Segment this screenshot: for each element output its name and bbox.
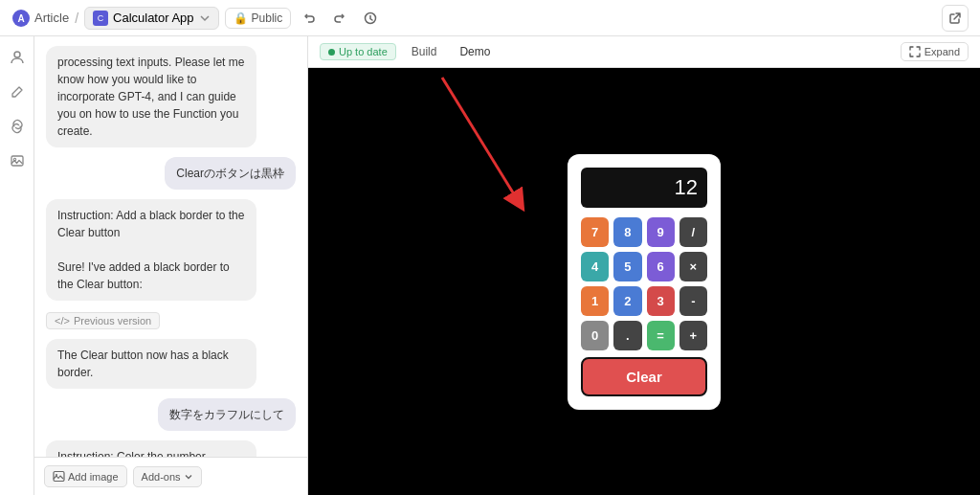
preview-canvas: 12 7 8 9 / 4 5 6 × 1 2 3 - bbox=[308, 68, 980, 495]
user-msg-wrapper-1: Clearのボタンは黒枠 bbox=[46, 157, 296, 190]
calc-btn-2[interactable]: 2 bbox=[613, 286, 641, 316]
prev-version-label-1: Previous version bbox=[74, 315, 151, 326]
image-icon bbox=[53, 470, 65, 483]
calc-btn-3[interactable]: 3 bbox=[647, 286, 675, 316]
undo-button[interactable] bbox=[297, 6, 322, 31]
calc-btn-div[interactable]: / bbox=[679, 217, 707, 247]
status-label: Up to date bbox=[339, 46, 388, 57]
redo-icon bbox=[333, 11, 346, 25]
public-button[interactable]: 🔒 Public bbox=[225, 8, 292, 29]
calc-btn-5[interactable]: 5 bbox=[613, 252, 641, 281]
status-badge: Up to date bbox=[320, 43, 396, 60]
share-icon bbox=[948, 11, 962, 25]
build-tab[interactable]: Build bbox=[404, 43, 445, 60]
calc-display: 12 bbox=[581, 168, 707, 208]
calculator: 12 7 8 9 / 4 5 6 × 1 2 3 - bbox=[568, 154, 721, 410]
calc-btn-eq[interactable]: = bbox=[647, 321, 675, 350]
addons-label: Add-ons bbox=[142, 471, 181, 483]
sidebar-icon-edit[interactable] bbox=[4, 79, 31, 105]
add-image-label: Add image bbox=[68, 471, 119, 483]
sidebar-icon-image[interactable] bbox=[4, 147, 31, 174]
add-image-button[interactable]: Add image bbox=[44, 465, 127, 487]
prev-version-icon-1: </> bbox=[55, 315, 70, 326]
undo-icon bbox=[302, 11, 316, 25]
calc-btn-1[interactable]: 1 bbox=[581, 286, 609, 316]
ai-message-3: The Clear button now has a black border. bbox=[46, 339, 256, 389]
chat-messages: processing text inputs. Please let me kn… bbox=[34, 36, 307, 457]
preview-area: Up to date Build Demo Expand bbox=[308, 36, 980, 495]
svg-rect-6 bbox=[54, 472, 64, 482]
demo-tab[interactable]: Demo bbox=[452, 43, 498, 60]
user-message-1: Clearのボタンは黒枠 bbox=[165, 157, 296, 190]
share-button[interactable] bbox=[942, 5, 969, 32]
history-icon bbox=[364, 11, 377, 25]
ai-message-3-text: The Clear button now has a black border. bbox=[57, 349, 229, 379]
chat-panel: processing text inputs. Please let me kn… bbox=[34, 36, 308, 495]
sidebar-icon-user[interactable] bbox=[4, 44, 31, 71]
logo-icon: A bbox=[11, 9, 31, 28]
calc-btn-8[interactable]: 8 bbox=[613, 217, 641, 247]
topbar-actions bbox=[297, 6, 383, 31]
ai-message-4-text: Instruction: Color the number buttonsSur… bbox=[57, 450, 239, 457]
calc-btn-sub[interactable]: - bbox=[679, 286, 707, 316]
app-name-label: Calculator App bbox=[113, 11, 194, 25]
lock-icon: 🔒 bbox=[234, 11, 248, 25]
addons-button[interactable]: Add-ons bbox=[133, 466, 202, 487]
redo-button[interactable] bbox=[327, 6, 352, 31]
logo-area[interactable]: A Article bbox=[11, 9, 69, 28]
clear-button[interactable]: Clear bbox=[581, 357, 707, 396]
prev-version-wrapper-1: </> Previous version bbox=[46, 310, 296, 329]
prev-version-button-1[interactable]: </> Previous version bbox=[46, 312, 160, 329]
user-message-1-text: Clearのボタンは黒枠 bbox=[176, 167, 284, 180]
user-message-2: 数字をカラフルにして bbox=[158, 398, 296, 431]
sidebar-icon-link[interactable] bbox=[4, 113, 31, 140]
sidebar bbox=[0, 36, 34, 495]
ai-message-2: Instruction: Add a black border to the C… bbox=[46, 199, 256, 301]
ai-message-2-text: Instruction: Add a black border to the C… bbox=[57, 209, 244, 291]
app-name-button[interactable]: C Calculator App bbox=[84, 7, 219, 30]
calc-btn-add[interactable]: + bbox=[679, 321, 707, 350]
ai-message-1-text: processing text inputs. Please let me kn… bbox=[57, 56, 244, 138]
breadcrumb-sep: / bbox=[75, 11, 78, 26]
svg-point-3 bbox=[14, 52, 20, 57]
chevron-down-icon bbox=[199, 12, 211, 24]
calc-btn-dot[interactable]: . bbox=[613, 321, 641, 350]
calc-btn-4[interactable]: 4 bbox=[581, 252, 609, 281]
history-button[interactable] bbox=[358, 6, 383, 31]
ai-message-1: processing text inputs. Please let me kn… bbox=[46, 46, 256, 147]
user-message-2-text: 数字をカラフルにして bbox=[169, 408, 284, 421]
expand-icon bbox=[909, 46, 921, 57]
breadcrumb-article: Article bbox=[34, 11, 69, 25]
chevron-down-icon-chat bbox=[184, 472, 193, 482]
calc-btn-mul[interactable]: × bbox=[679, 252, 707, 281]
calc-btn-6[interactable]: 6 bbox=[647, 252, 675, 281]
user-msg-wrapper-2: 数字をカラフルにして bbox=[46, 398, 296, 431]
svg-text:A: A bbox=[17, 13, 24, 24]
calc-btn-0[interactable]: 0 bbox=[581, 321, 609, 350]
calc-display-value: 12 bbox=[675, 175, 698, 199]
status-dot bbox=[328, 49, 335, 56]
chat-input-area: Add image Add-ons bbox=[34, 457, 307, 495]
calc-icon: C bbox=[93, 11, 108, 26]
expand-button[interactable]: Expand bbox=[901, 42, 969, 61]
calc-btn-9[interactable]: 9 bbox=[647, 217, 675, 247]
public-label: Public bbox=[252, 11, 283, 25]
preview-topbar: Up to date Build Demo Expand bbox=[308, 36, 980, 68]
ai-message-4: Instruction: Color the number buttonsSur… bbox=[46, 440, 256, 457]
calc-grid: 7 8 9 / 4 5 6 × 1 2 3 - 0 . = bbox=[581, 217, 707, 396]
expand-label: Expand bbox=[924, 46, 960, 57]
calc-btn-7[interactable]: 7 bbox=[581, 217, 609, 247]
topbar: A Article / C Calculator App 🔒 Public bbox=[0, 0, 980, 36]
